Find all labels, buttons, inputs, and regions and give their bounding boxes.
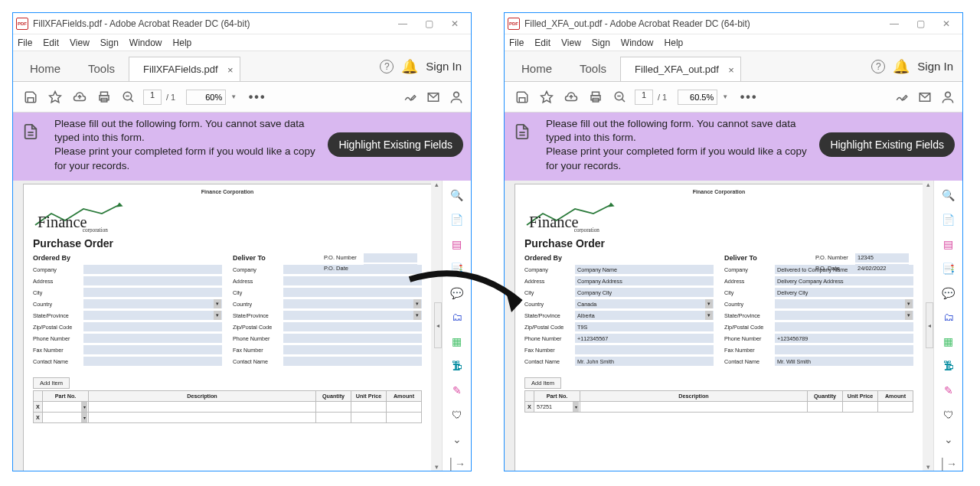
comment-icon[interactable]: 💬	[940, 286, 957, 300]
cloud-upload-icon[interactable]	[70, 87, 90, 107]
chevron-down-icon[interactable]: ⌄	[940, 432, 957, 446]
print-icon[interactable]	[94, 87, 114, 107]
zoom-out-icon[interactable]	[610, 87, 630, 107]
export-pdf-icon[interactable]: 📄	[940, 213, 957, 227]
menu-file[interactable]: File	[509, 38, 524, 48]
menu-view[interactable]: View	[70, 38, 90, 48]
ordered-zip[interactable]	[83, 322, 222, 331]
po-date-field[interactable]: 24/02/2022	[855, 264, 909, 273]
zoom-out-icon[interactable]	[119, 87, 139, 107]
document-tab[interactable]: Filled_XFA_out.pdf ×	[620, 57, 741, 81]
tab-tools[interactable]: Tools	[566, 54, 620, 81]
zoom-dropdown-icon[interactable]: ▼	[722, 93, 728, 100]
right-pane-toggle[interactable]: ◂	[434, 302, 442, 348]
menu-help[interactable]: Help	[665, 38, 684, 48]
highlight-fields-button[interactable]: Highlight Existing Fields	[328, 132, 463, 157]
ordered-phone[interactable]: +112345567	[575, 334, 714, 343]
ordered-country[interactable]	[83, 299, 222, 308]
help-icon[interactable]: ?	[380, 60, 394, 73]
document-tab[interactable]: FillXFAFields.pdf ×	[129, 57, 240, 81]
tab-home[interactable]: Home	[508, 54, 566, 81]
po-number-field[interactable]	[364, 253, 417, 263]
combine-icon[interactable]: 🗂	[449, 310, 466, 324]
menu-window[interactable]: Window	[621, 38, 654, 48]
po-date-field[interactable]	[364, 264, 417, 273]
more-icon[interactable]: •••	[739, 87, 759, 107]
page-number-input[interactable]: 1	[635, 90, 653, 105]
deliver-zip[interactable]	[775, 322, 913, 331]
expand-icon[interactable]: │→	[940, 457, 957, 471]
chevron-down-icon[interactable]: ⌄	[449, 432, 466, 446]
redact-icon[interactable]: ✎	[449, 383, 466, 397]
ordered-contact[interactable]	[83, 357, 222, 366]
organize-icon[interactable]: ▦	[449, 334, 466, 348]
export-pdf-icon[interactable]: 📄	[449, 213, 466, 227]
deliver-contact[interactable]	[283, 357, 422, 366]
sign-tool-icon[interactable]	[400, 87, 420, 107]
create-pdf-icon[interactable]: 📑	[940, 262, 957, 276]
ordered-address[interactable]: Company Address	[575, 276, 714, 285]
redact-icon[interactable]: ✎	[940, 383, 957, 397]
highlight-fields-button[interactable]: Highlight Existing Fields	[819, 132, 955, 157]
menu-sign[interactable]: Sign	[592, 38, 610, 48]
close-button[interactable]: ✕	[938, 18, 955, 29]
cloud-upload-icon[interactable]	[561, 87, 581, 107]
save-icon[interactable]	[21, 87, 41, 107]
add-item-button[interactable]: Add Item	[33, 377, 70, 389]
deliver-country[interactable]	[775, 299, 913, 308]
ordered-contact[interactable]: Mr. John Smith	[575, 357, 714, 366]
tab-close-icon[interactable]: ×	[728, 64, 734, 75]
deliver-country[interactable]	[283, 299, 422, 308]
organize-icon[interactable]: ▦	[940, 334, 957, 348]
ordered-state[interactable]	[83, 311, 222, 320]
search-icon[interactable]: 🔍	[940, 188, 957, 202]
edit-pdf-icon[interactable]: ▤	[940, 237, 957, 251]
tab-tools[interactable]: Tools	[74, 54, 129, 81]
deliver-phone[interactable]: +123456789	[775, 334, 913, 343]
deliver-state[interactable]	[775, 311, 913, 320]
page-number-input[interactable]: 1	[143, 90, 162, 105]
po-number-field[interactable]: 12345	[855, 253, 909, 263]
star-icon[interactable]	[45, 87, 65, 107]
menu-edit[interactable]: Edit	[43, 38, 59, 48]
deliver-state[interactable]	[283, 311, 422, 320]
document-viewport[interactable]: Finance Corporation Financecorporation P…	[505, 181, 933, 471]
ordered-city[interactable]	[83, 288, 222, 297]
ordered-country[interactable]: Canada	[575, 299, 714, 308]
expand-icon[interactable]: │→	[449, 457, 466, 471]
maximize-button[interactable]: ▢	[912, 18, 929, 29]
ordered-zip[interactable]: T9S	[575, 322, 714, 331]
comment-icon[interactable]: 💬	[449, 286, 466, 300]
minimize-button[interactable]: —	[886, 18, 903, 29]
tab-home[interactable]: Home	[16, 54, 74, 81]
add-item-button[interactable]: Add Item	[524, 377, 561, 389]
bell-icon[interactable]: 🔔	[401, 58, 418, 75]
deliver-city[interactable]	[283, 288, 422, 297]
user-icon[interactable]	[938, 87, 958, 107]
deliver-fax[interactable]	[283, 345, 422, 354]
ordered-fax[interactable]	[83, 345, 222, 354]
part-cell[interactable]	[43, 401, 89, 412]
ordered-phone[interactable]	[83, 334, 222, 343]
mail-icon[interactable]	[915, 87, 935, 107]
ordered-company[interactable]	[83, 265, 222, 274]
deliver-address[interactable]	[283, 276, 422, 285]
menu-edit[interactable]: Edit	[534, 38, 550, 48]
compress-icon[interactable]: 🗜	[449, 359, 466, 373]
bell-icon[interactable]: 🔔	[893, 58, 910, 75]
deliver-contact[interactable]: Mr. Will Smith	[775, 357, 913, 366]
ordered-state[interactable]: Alberta	[575, 311, 714, 320]
tab-close-icon[interactable]: ×	[227, 64, 234, 75]
star-icon[interactable]	[537, 87, 557, 107]
combine-icon[interactable]: 🗂	[940, 310, 957, 324]
protect-icon[interactable]: 🛡	[940, 408, 957, 422]
search-icon[interactable]: 🔍	[449, 188, 466, 202]
deliver-zip[interactable]	[283, 322, 422, 331]
user-icon[interactable]	[446, 87, 466, 107]
menu-window[interactable]: Window	[129, 38, 162, 48]
deliver-phone[interactable]	[283, 334, 422, 343]
more-icon[interactable]: •••	[247, 87, 267, 107]
compress-icon[interactable]: 🗜	[940, 359, 957, 373]
document-viewport[interactable]: Finance Corporation Financecorporation P…	[13, 181, 442, 471]
ordered-city[interactable]: Company City	[575, 288, 714, 297]
